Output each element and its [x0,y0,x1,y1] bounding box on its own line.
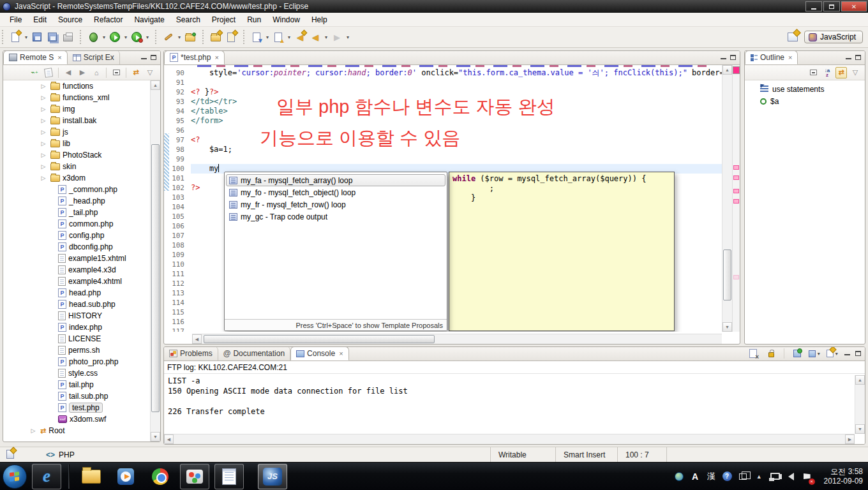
link-with-editor-icon[interactable]: ⇄ [835,67,847,78]
view-menu-icon[interactable]: ▽ [849,67,861,78]
tree-item[interactable]: Pindex.php [3,322,160,333]
tree-item[interactable]: Pcommon.php [3,218,160,230]
view-menu-icon[interactable]: ▽ [144,67,156,78]
forward-icon[interactable]: ▶ [77,67,88,78]
tree-item[interactable]: Phead.php [3,287,160,299]
tree-item[interactable]: ▷skin [3,161,160,172]
tab-script-explorer[interactable]: Script Ex [68,50,120,64]
tree-item[interactable]: style.css [3,368,160,379]
tree-item[interactable]: Pdbconfig.php [3,241,160,253]
maximize-view-icon[interactable] [151,55,156,60]
overview-marker[interactable] [733,66,740,74]
scroll-down-button[interactable]: ▼ [855,424,865,434]
tree-item[interactable]: ▷js [3,126,160,138]
last-edit-location-icon[interactable]: ◀ [292,29,308,45]
refresh-icon[interactable] [43,67,54,78]
sort-icon[interactable]: ↓az [821,67,833,78]
ime-help-icon[interactable]: ? [722,471,733,482]
taskbar-notepad[interactable] [214,464,244,489]
minimize-view-icon[interactable] [141,58,147,59]
export-icon[interactable]: ▲ [271,29,286,45]
editor-horizontal-scrollbar[interactable]: ◀ [192,334,722,344]
completion-item[interactable]: my_fa - mysql_fetch_array() loop [226,174,445,186]
ime-latin-icon[interactable]: A [690,471,701,482]
scroll-left-button[interactable]: ◀ [192,334,202,344]
tree-item[interactable]: ▷functions [3,80,160,92]
run-external-icon[interactable] [129,29,144,45]
overview-ruler[interactable] [732,65,740,332]
scroll-thumb[interactable] [204,335,435,343]
tree-item[interactable]: ▷x3dom [3,172,160,184]
dropdown-arrow-icon[interactable]: ▾ [176,34,183,40]
close-icon[interactable]: × [214,54,218,61]
show-hidden-icons[interactable]: ▲ [754,471,765,482]
open-console-icon[interactable]: ▾ [827,348,839,359]
overview-marker[interactable] [733,175,739,180]
expand-arrow-icon[interactable]: ▷ [39,152,48,158]
scroll-down-button[interactable]: ▼ [722,322,732,332]
tree-item[interactable]: Pconfig.php [3,230,160,241]
code-line[interactable]: 99 [169,154,722,164]
dropdown-arrow-icon[interactable]: ▾ [123,34,129,40]
overview-marker[interactable] [733,199,739,204]
tab-remote-systems[interactable]: Remote S × [3,50,68,64]
menu-refactor[interactable]: Refactor [88,14,128,26]
forward-history-icon[interactable]: ▶ [329,29,345,45]
volume-icon[interactable] [786,471,797,482]
new-javascript-wizard-icon[interactable] [208,29,223,45]
minimize-view-icon[interactable] [846,58,851,59]
minimize-view-icon[interactable] [844,354,850,355]
tab-outline[interactable]: Outline × [745,50,798,64]
scroll-thumb[interactable] [723,249,731,301]
tree-vertical-scrollbar[interactable]: ▲ ▼ [150,80,160,442]
overview-marker[interactable] [733,275,739,279]
new-file-icon[interactable] [8,29,23,45]
tree-item[interactable]: perms.sh [3,345,160,356]
dropdown-arrow-icon[interactable]: ▾ [101,34,107,40]
menu-navigate[interactable]: Navigate [128,14,170,26]
editor-vertical-scrollbar[interactable]: ▲ ▼ [722,65,732,332]
tree-item[interactable]: example4.x3d [3,264,160,276]
minimize-editor-icon[interactable] [721,58,726,59]
display-selected-console-icon[interactable]: ▾ [809,348,821,359]
scroll-lock-icon[interactable] [765,348,777,359]
new-wizard-icon[interactable] [223,29,239,45]
tree-item[interactable]: swfx3dom.swf [3,413,160,425]
cascade-windows-icon[interactable] [738,471,749,482]
menu-search[interactable]: Search [170,14,206,26]
tab-console[interactable]: Console × [290,346,348,360]
tree-item[interactable]: ▷img [3,103,160,115]
overview-marker[interactable] [733,189,739,193]
tree-item[interactable]: LICENSE [3,333,160,345]
menu-window[interactable]: Window [267,14,306,26]
expand-arrow-icon[interactable]: ▷ [39,106,48,112]
collapse-all-icon[interactable] [110,67,122,78]
dropdown-arrow-icon[interactable]: ▾ [23,34,29,40]
console-vertical-scrollbar[interactable]: ▲ ▼ [855,375,865,434]
code-editor[interactable]: 90 style='cursor:pointer; cursor:hand; b… [164,65,740,332]
tree-item[interactable]: Pphoto_pro.php [3,356,160,368]
taskbar-windows-explorer[interactable] [77,464,106,489]
expand-arrow-icon[interactable]: ▷ [39,140,48,147]
expand-arrow-icon[interactable]: ▷ [39,163,48,170]
save-icon[interactable] [29,29,45,45]
maximize-view-icon[interactable] [855,55,861,60]
window-maximize-button[interactable] [823,1,840,11]
dropdown-arrow-icon[interactable]: ▾ [264,34,271,40]
action-center-flag-icon[interactable] [802,471,812,482]
tree-item[interactable]: HISTORY [3,310,160,322]
completion-item[interactable]: my_gc - Trap code output [226,211,445,223]
new-connection-icon[interactable]: ⌁+ [29,67,40,78]
expand-arrow-icon[interactable]: ▷ [39,94,48,101]
expand-arrow-icon[interactable]: ▷ [29,427,38,434]
completion-item[interactable]: my_fr - mysql_fetch_row() loop [226,198,445,211]
outline-item[interactable]: $a [745,95,865,107]
taskbar-clock[interactable]: 오전 3:58 2012-09-09 [818,467,863,486]
maximize-view-icon[interactable] [855,351,861,356]
window-minimize-button[interactable] [805,1,822,11]
tab-problems[interactable]: Problems [164,346,218,360]
open-resource-icon[interactable] [183,29,198,45]
tree-item[interactable]: Ptail.sub.php [3,390,160,402]
tree-item[interactable]: Ptail.php [3,379,160,390]
dropdown-arrow-icon[interactable]: ▾ [286,34,292,40]
